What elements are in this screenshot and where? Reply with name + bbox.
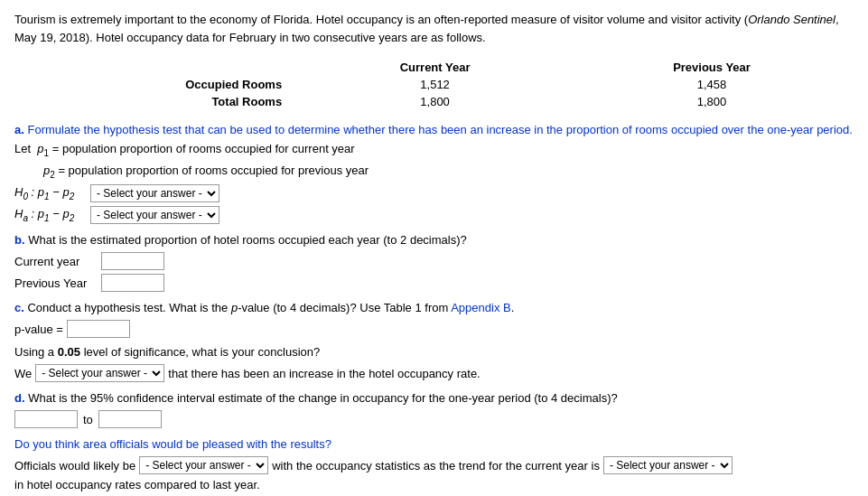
section-d-label: d. xyxy=(14,391,25,405)
previous-year-input[interactable] xyxy=(101,274,164,292)
section-b-text: b. What is the estimated proportion of h… xyxy=(14,233,854,247)
officials-section: Do you think area officials would be ple… xyxy=(14,437,854,491)
section-c-label: c. xyxy=(14,301,24,314)
pvalue-label: p-value = xyxy=(14,323,63,336)
section-d-text: d. What is the 95% confidence interval e… xyxy=(14,391,854,405)
officials-line: Officials would likely be - Select your … xyxy=(14,456,854,491)
intro-text-before: Tourism is extremely important to the ec… xyxy=(14,13,748,26)
section-a-label: a. xyxy=(14,123,24,136)
intro-text-after: ). Hotel occupancy data for February in … xyxy=(86,31,486,44)
table-row-current-0: 1,512 xyxy=(300,76,570,93)
section-c-desc3: . xyxy=(511,301,515,314)
section-d: d. What is the 95% confidence interval e… xyxy=(14,391,854,428)
hypothesis-h0-line: H0 : p1 − p2 - Select your answer -≤ 0= … xyxy=(14,184,854,202)
officials-question: Do you think area officials would be ple… xyxy=(14,437,854,451)
conclusion-select[interactable]: - Select your answer -reject H₀do not re… xyxy=(35,364,164,382)
officials-select2[interactable]: - Select your answer -higherlowerthe sam… xyxy=(603,456,733,474)
current-year-row: Current year xyxy=(14,252,854,270)
appendix-link: Appendix B xyxy=(451,301,511,314)
conclusion-line: We - Select your answer -reject H₀do not… xyxy=(14,364,854,382)
definition-p1: Let p1 = population proportion of rooms … xyxy=(14,142,854,158)
ci-to: to xyxy=(83,413,93,426)
p2-sub: 2 xyxy=(50,169,55,179)
section-a-description: Formulate the hypothesis test that can b… xyxy=(24,123,853,136)
hypothesis-ha-line: Ha : p1 − p2 - Select your answer -≤ 0= … xyxy=(14,206,854,224)
officials-text2: with the occupancy statistics as the tre… xyxy=(272,459,600,473)
section-b-label: b. xyxy=(14,233,25,247)
data-table: Current Year Previous Year Occupied Room… xyxy=(14,59,854,110)
officials-text1: Officials would likely be xyxy=(14,459,135,473)
table-row-previous-1: 1,800 xyxy=(570,93,854,110)
p1-sub: 1 xyxy=(44,148,50,158)
h0-select[interactable]: - Select your answer -≤ 0= 0≥ 0< 0> 0≠ 0 xyxy=(90,184,219,202)
table-row-previous-0: 1,458 xyxy=(570,76,854,93)
h0-label: H0 : p1 − p2 xyxy=(14,185,87,201)
section-b: b. What is the estimated proportion of h… xyxy=(14,233,854,292)
definition-p2: p2 = population proportion of rooms occu… xyxy=(43,164,854,180)
table-previous-year-header: Previous Year xyxy=(570,59,854,76)
table-empty-header xyxy=(14,59,300,76)
intro-paragraph: Tourism is extremely important to the ec… xyxy=(14,11,854,46)
ci-lower-input[interactable] xyxy=(14,410,78,428)
section-c: c. Conduct a hypothesis test. What is th… xyxy=(14,301,854,382)
significance-text: Using a 0.05 level of significance, what… xyxy=(14,345,854,359)
ci-line: to xyxy=(14,410,854,428)
officials-select1[interactable]: - Select your answer -pleaseddispleased xyxy=(139,456,268,474)
table-current-year-header: Current Year xyxy=(300,59,570,76)
section-c-desc1: Conduct a hypothesis test. What is the xyxy=(24,301,231,314)
previous-year-label: Previous Year xyxy=(14,276,96,290)
pvalue-input[interactable] xyxy=(67,320,130,338)
we-label: We xyxy=(14,367,32,380)
section-b-description: What is the estimated proportion of hote… xyxy=(25,233,467,247)
officials-text3: in hotel occupancy rates compared to las… xyxy=(14,478,260,491)
significance-level: 0.05 xyxy=(58,345,80,359)
current-year-input[interactable] xyxy=(101,252,164,270)
section-c-text: c. Conduct a hypothesis test. What is th… xyxy=(14,301,854,314)
section-d-description: What is the 95% confidence interval esti… xyxy=(25,391,618,405)
citation-title: Orlando Sentinel xyxy=(748,13,835,26)
section-a: a. Formulate the hypothesis test that ca… xyxy=(14,123,854,224)
previous-year-row: Previous Year xyxy=(14,274,854,292)
table-row-current-1: 1,800 xyxy=(300,93,570,110)
ha-label: Ha : p1 − p2 xyxy=(14,207,87,223)
pvalue-line: p-value = xyxy=(14,320,854,338)
current-year-label: Current year xyxy=(14,255,96,268)
table-row-label-1: Total Rooms xyxy=(14,93,300,110)
section-c-desc2: -value (to 4 decimals)? Use Table 1 from xyxy=(238,301,451,314)
table-row-label-0: Occupied Rooms xyxy=(14,76,300,93)
section-a-text: a. Formulate the hypothesis test that ca… xyxy=(14,123,854,136)
ha-select[interactable]: - Select your answer -≤ 0= 0≥ 0< 0> 0≠ 0 xyxy=(90,206,219,224)
conclusion-text-after: that there has been an increase in the h… xyxy=(168,367,480,380)
ci-upper-input[interactable] xyxy=(98,410,162,428)
p1-symbol: p xyxy=(37,142,43,155)
